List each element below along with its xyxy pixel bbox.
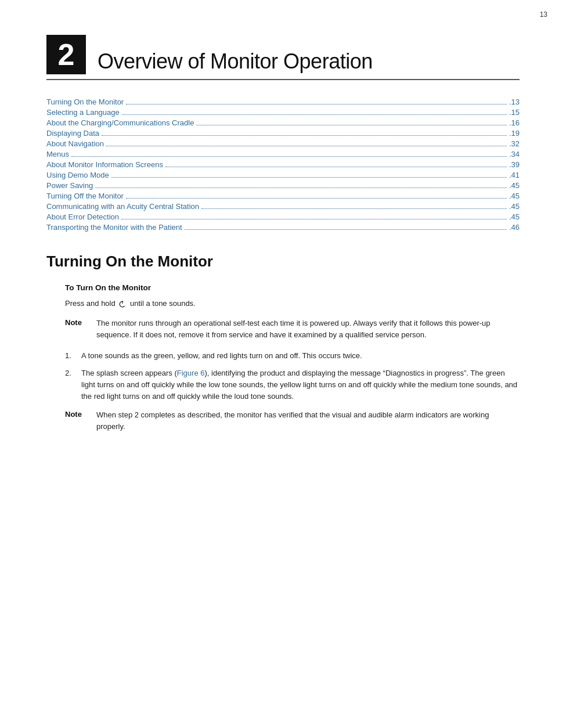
toc-dots	[126, 198, 507, 199]
press-hold-prefix: Press and hold	[65, 299, 116, 308]
toc-page: .39	[509, 160, 520, 169]
chapter-title: Overview of Monitor Operation	[98, 51, 373, 74]
toc-item: Displaying Data .19	[46, 129, 520, 138]
power-icon	[118, 300, 127, 308]
toc-item: Menus .34	[46, 150, 520, 158]
toc-dots	[111, 177, 507, 178]
toc-item: About Navigation .32	[46, 139, 520, 148]
toc-link[interactable]: Selecting a Language	[46, 108, 120, 117]
toc-item: Power Saving .45	[46, 181, 520, 190]
toc-link[interactable]: Turning On the Monitor	[46, 98, 124, 106]
toc-dots	[165, 167, 507, 167]
toc-page: .15	[509, 108, 520, 117]
toc-link[interactable]: About the Charging/Communications Cradle	[46, 118, 194, 127]
toc-link[interactable]: Transporting the Monitor with the Patien…	[46, 223, 182, 232]
note-block-1: Note The monitor runs through an operati…	[65, 318, 501, 341]
toc-page: .45	[509, 181, 520, 190]
toc-item: Communicating with an Acuity Central Sta…	[46, 202, 520, 211]
toc-dots	[185, 229, 507, 230]
toc-item: Turning Off the Monitor .45	[46, 192, 520, 200]
note-label-1: Note	[65, 318, 92, 327]
toc-page: .45	[509, 192, 520, 200]
list-text-1: A tone sounds as the green, yellow, and …	[81, 350, 362, 362]
sub-heading-turn-on: To Turn On the Monitor	[65, 283, 520, 292]
note-text-2: When step 2 completes as described, the …	[96, 409, 501, 433]
toc-page: .19	[509, 129, 520, 138]
toc-item: Selecting a Language .15	[46, 108, 520, 117]
toc-page: .41	[509, 171, 520, 179]
toc-link[interactable]: Menus	[46, 150, 69, 158]
toc-link[interactable]: Power Saving	[46, 181, 93, 190]
note-label-2: Note	[65, 409, 92, 419]
toc-dots	[201, 208, 507, 209]
toc-link[interactable]: About Navigation	[46, 139, 104, 148]
list-item-2: 2. The splash screen appears (Figure 6),…	[65, 367, 520, 402]
toc-page: .34	[509, 150, 520, 158]
toc-dots	[122, 114, 507, 115]
toc-item: Using Demo Mode .41	[46, 171, 520, 179]
figure-6-link[interactable]: Figure 6	[177, 369, 205, 377]
toc-link[interactable]: About Monitor Information Screens	[46, 160, 163, 169]
toc-dots	[71, 156, 507, 157]
toc-page: .13	[509, 98, 520, 106]
toc-page: .32	[509, 139, 520, 148]
page-number: 13	[540, 10, 547, 19]
toc-page: .16	[509, 118, 520, 127]
list-text-2: The splash screen appears (Figure 6), id…	[81, 367, 520, 402]
toc-link[interactable]: Using Demo Mode	[46, 171, 109, 179]
list-number-2: 2.	[65, 367, 81, 379]
table-of-contents: Turning On the Monitor .13 Selecting a L…	[46, 98, 520, 232]
toc-item: About Error Detection .45	[46, 212, 520, 221]
note-block-2: Note When step 2 completes as described,…	[65, 409, 501, 433]
toc-dots	[95, 188, 507, 188]
toc-dots	[102, 135, 507, 136]
toc-item: Turning On the Monitor .13	[46, 98, 520, 106]
toc-dots	[126, 104, 507, 104]
toc-link[interactable]: Turning Off the Monitor	[46, 192, 124, 200]
toc-item: About Monitor Information Screens .39	[46, 160, 520, 169]
list-number-1: 1.	[65, 350, 81, 362]
press-hold-suffix: until a tone sounds.	[130, 299, 196, 308]
toc-dots	[196, 125, 507, 125]
chapter-header: 2 Overview of Monitor Operation	[46, 35, 520, 80]
toc-page: .45	[509, 202, 520, 211]
toc-item: About the Charging/Communications Cradle…	[46, 118, 520, 127]
numbered-list: 1. A tone sounds as the green, yellow, a…	[65, 350, 520, 403]
toc-item: Transporting the Monitor with the Patien…	[46, 223, 520, 232]
toc-link[interactable]: Displaying Data	[46, 129, 99, 138]
list-item-1: 1. A tone sounds as the green, yellow, a…	[65, 350, 520, 362]
toc-dots	[121, 219, 507, 219]
chapter-number: 2	[46, 35, 86, 74]
note-text-1: The monitor runs through an operational …	[96, 318, 501, 341]
section-turning-on: Turning On the Monitor	[46, 253, 520, 271]
toc-page: .46	[509, 223, 520, 232]
toc-link[interactable]: Communicating with an Acuity Central Sta…	[46, 202, 199, 211]
toc-dots	[106, 146, 507, 146]
toc-link[interactable]: About Error Detection	[46, 212, 119, 221]
press-hold-text: Press and hold until a tone sounds.	[65, 298, 520, 309]
toc-page: .45	[509, 212, 520, 221]
